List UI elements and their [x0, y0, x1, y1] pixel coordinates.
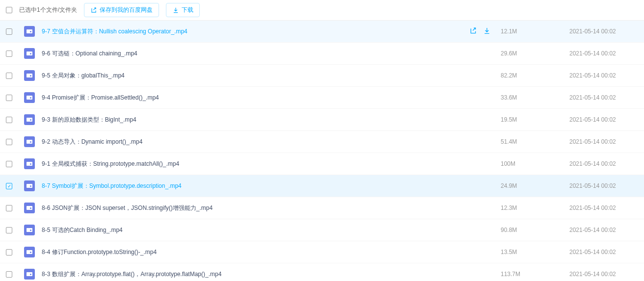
file-list: 9-7 空值合并运算符：Nullish coalescing Operator_…	[0, 21, 644, 281]
file-checkbox[interactable]	[6, 227, 12, 233]
file-checkbox[interactable]	[6, 205, 12, 211]
file-row[interactable]: 9-1 全局模式捕获：String.prototype.matchAll()_.…	[0, 153, 644, 175]
file-name[interactable]: 8-3 数组扩展：Array.prototype.flat()，Array.pr…	[42, 270, 501, 279]
selection-count-text: 已选中1个文件/文件夹	[19, 6, 77, 14]
file-size: 24.9M	[501, 182, 569, 189]
file-size: 33.6M	[501, 94, 569, 101]
file-row[interactable]: 9-6 可选链：Optional chaining_.mp429.6M2021-…	[0, 43, 644, 65]
file-name[interactable]: 9-7 空值合并运算符：Nullish coalescing Operator_…	[42, 27, 469, 36]
file-row[interactable]: 9-2 动态导入：Dynamic import()_.mp451.4M2021-…	[0, 131, 644, 153]
file-size: 113.7M	[501, 271, 569, 278]
video-file-icon	[24, 92, 35, 103]
file-size: 90.8M	[501, 227, 569, 233]
file-date: 2021-05-14 00:02	[569, 227, 638, 233]
file-size: 82.2M	[501, 72, 569, 79]
file-date: 2021-05-14 00:02	[569, 249, 638, 255]
file-date: 2021-05-14 00:02	[569, 182, 638, 189]
video-file-icon	[24, 26, 35, 37]
download-icon	[172, 7, 179, 14]
file-row[interactable]: 8-6 JSON扩展：JSON superset，JSON.stringify(…	[0, 197, 644, 219]
file-name[interactable]: 8-4 修订Function.prototype.toString()-_.mp…	[42, 248, 501, 256]
file-size: 51.4M	[501, 138, 569, 145]
file-checkbox[interactable]	[6, 95, 12, 101]
video-file-icon	[24, 136, 35, 147]
file-size: 13.5M	[501, 249, 569, 255]
file-date: 2021-05-14 00:02	[569, 116, 638, 123]
file-name[interactable]: 9-2 动态导入：Dynamic import()_.mp4	[42, 138, 501, 146]
file-name[interactable]: 8-5 可选的Catch Binding_.mp4	[42, 226, 501, 234]
download-button[interactable]: 下载	[166, 3, 200, 17]
file-row[interactable]: 9-3 新的原始数据类型：BigInt_.mp419.5M2021-05-14 …	[0, 109, 644, 131]
file-checkbox[interactable]: ✓	[6, 183, 12, 189]
file-row[interactable]: 8-4 修订Function.prototype.toString()-_.mp…	[0, 241, 644, 263]
file-date: 2021-05-14 00:02	[569, 138, 638, 145]
save-to-pan-button[interactable]: 保存到我的百度网盘	[84, 3, 159, 17]
video-file-icon	[24, 70, 35, 81]
file-name[interactable]: 9-6 可选链：Optional chaining_.mp4	[42, 50, 501, 58]
file-row[interactable]: 8-5 可选的Catch Binding_.mp490.8M2021-05-14…	[0, 219, 644, 241]
file-name[interactable]: 9-3 新的原始数据类型：BigInt_.mp4	[42, 116, 501, 124]
file-row[interactable]: ✓8-7 Symbol扩展：Symbol.prototype.descripti…	[0, 175, 644, 197]
file-checkbox[interactable]	[6, 249, 12, 255]
file-checkbox[interactable]	[6, 139, 12, 145]
file-size: 12.3M	[501, 204, 569, 211]
file-checkbox[interactable]	[6, 117, 12, 123]
file-date: 2021-05-14 00:02	[569, 160, 638, 167]
file-checkbox[interactable]	[6, 271, 12, 278]
file-checkbox[interactable]	[6, 51, 12, 57]
file-date: 2021-05-14 00:02	[569, 72, 638, 79]
file-date: 2021-05-14 00:02	[569, 94, 638, 101]
file-name[interactable]: 9-4 Promise扩展：Promise.allSettled()_.mp4	[42, 94, 501, 102]
file-row[interactable]: 9-7 空值合并运算符：Nullish coalescing Operator_…	[0, 21, 644, 43]
file-size: 19.5M	[501, 116, 569, 123]
save-icon	[90, 7, 97, 14]
file-date: 2021-05-14 00:02	[569, 271, 638, 278]
file-date: 2021-05-14 00:02	[569, 204, 638, 211]
toolbar: 已选中1个文件/文件夹 保存到我的百度网盘 下载	[0, 0, 644, 21]
file-name[interactable]: 8-6 JSON扩展：JSON superset，JSON.stringify(…	[42, 204, 501, 212]
file-date: 2021-05-14 00:02	[569, 28, 638, 35]
row-actions	[469, 27, 491, 36]
file-checkbox[interactable]	[6, 28, 12, 35]
file-row[interactable]: 9-4 Promise扩展：Promise.allSettled()_.mp43…	[0, 87, 644, 109]
file-name[interactable]: 9-1 全局模式捕获：String.prototype.matchAll()_.…	[42, 160, 501, 168]
file-date: 2021-05-14 00:02	[569, 50, 638, 57]
file-size: 100M	[501, 160, 569, 167]
select-all-checkbox[interactable]	[6, 7, 12, 13]
video-file-icon	[24, 114, 35, 125]
video-file-icon	[24, 225, 35, 235]
file-checkbox[interactable]	[6, 161, 12, 167]
file-size: 12.1M	[501, 28, 569, 35]
download-button-label: 下载	[182, 6, 193, 14]
save-button-label: 保存到我的百度网盘	[100, 6, 153, 14]
row-download-icon[interactable]	[483, 27, 491, 36]
video-file-icon	[24, 247, 35, 257]
file-size: 29.6M	[501, 50, 569, 57]
video-file-icon	[24, 203, 35, 213]
file-row[interactable]: 8-3 数组扩展：Array.prototype.flat()，Array.pr…	[0, 263, 644, 281]
file-name[interactable]: 8-7 Symbol扩展：Symbol.prototype.descriptio…	[42, 182, 501, 190]
video-file-icon	[24, 48, 35, 59]
video-file-icon	[24, 158, 35, 169]
file-checkbox[interactable]	[6, 73, 12, 79]
file-row[interactable]: 9-5 全局对象：globalThis_.mp482.2M2021-05-14 …	[0, 65, 644, 87]
video-file-icon	[24, 180, 35, 191]
file-name[interactable]: 9-5 全局对象：globalThis_.mp4	[42, 72, 501, 80]
video-file-icon	[24, 269, 35, 280]
row-share-icon[interactable]	[469, 27, 477, 36]
